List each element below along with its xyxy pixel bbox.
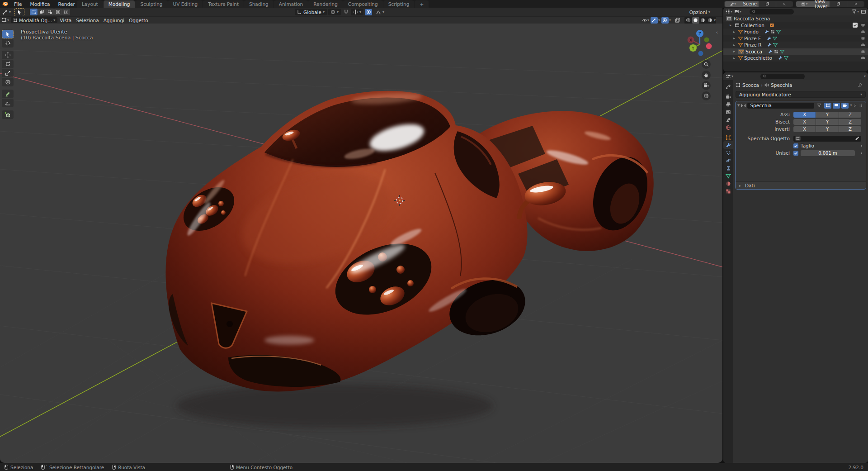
- flip-z-button[interactable]: Z: [839, 126, 861, 132]
- mode-selector-dropdown[interactable]: Modalità Og... ▾: [11, 17, 57, 23]
- expand-arrow-icon[interactable]: ▸: [733, 56, 737, 60]
- shading-rendered-button[interactable]: [707, 17, 714, 24]
- panel-expand-arrow[interactable]: ▼: [737, 104, 740, 107]
- properties-options-dropdown[interactable]: ▾: [864, 75, 866, 78]
- expand-arrow-icon[interactable]: ▸: [733, 36, 737, 40]
- add-modifier-dropdown[interactable]: Aggiungi Modificatore ▾: [736, 91, 866, 98]
- shading-material-button[interactable]: [699, 17, 707, 24]
- overlays-dropdown[interactable]: ▾: [661, 17, 671, 24]
- hide-eye-icon[interactable]: [860, 42, 866, 48]
- blender-logo-icon[interactable]: [0, 1, 10, 6]
- delete-modifier-button[interactable]: [853, 104, 857, 108]
- outliner-row-scene-collection[interactable]: Raccolta Scena: [723, 15, 868, 22]
- clipping-checkbox[interactable]: [793, 143, 798, 148]
- sidebar-collapse-arrow[interactable]: ‹: [716, 30, 718, 35]
- merge-threshold-field[interactable]: 0.001 m: [801, 150, 855, 156]
- xray-toggle[interactable]: [674, 17, 681, 24]
- object-visibility-dropdown[interactable]: ▾: [642, 18, 649, 23]
- tool-fallback-dropdown[interactable]: ▾: [2, 9, 11, 15]
- select-mode-intersect-button[interactable]: [62, 9, 70, 15]
- tab-material[interactable]: [723, 180, 733, 187]
- tool-3d-cursor[interactable]: [2, 39, 14, 48]
- view-layer-selector[interactable]: ▾ View Layer: [796, 1, 864, 7]
- tab-shading[interactable]: Shading: [244, 0, 274, 8]
- delete-scene-button[interactable]: [776, 1, 793, 7]
- show-in-edit-mode-toggle[interactable]: [824, 103, 831, 109]
- gizmo-neg-z-dot[interactable]: [698, 51, 703, 56]
- editor-type-dropdown[interactable]: ▾: [2, 18, 9, 23]
- animate-decorator[interactable]: [861, 152, 862, 154]
- active-tool-select-box-button[interactable]: [14, 8, 24, 16]
- bisect-y-button[interactable]: Y: [816, 119, 838, 125]
- select-mode-subtract-button[interactable]: [46, 9, 54, 15]
- outliner-editor-type-dropdown[interactable]: ▾: [725, 9, 732, 14]
- tab-compositing[interactable]: Compositing: [343, 0, 383, 8]
- menu-vista[interactable]: Vista: [57, 17, 74, 24]
- new-collection-button[interactable]: [861, 9, 866, 14]
- tool-rotate[interactable]: [2, 60, 14, 68]
- tab-sculpting[interactable]: Sculpting: [135, 0, 167, 8]
- tab-texture-paint[interactable]: Texture Paint: [203, 0, 244, 8]
- render-checkbox[interactable]: [853, 23, 858, 28]
- mirror-object-field[interactable]: [793, 136, 861, 142]
- axis-x-button[interactable]: X: [793, 112, 816, 118]
- snap-toggle-button[interactable]: [342, 9, 349, 15]
- tab-scripting[interactable]: Scripting: [383, 0, 415, 8]
- delete-view-layer-button[interactable]: [847, 1, 864, 7]
- outliner-row-pinze-f[interactable]: ▸ Pinze F: [723, 35, 868, 42]
- options-dropdown[interactable]: Opzioni▾: [687, 9, 712, 15]
- hide-eye-icon[interactable]: [860, 23, 866, 28]
- transform-orientation-dropdown[interactable]: Globale ▾: [295, 9, 327, 15]
- tab-physics[interactable]: [723, 157, 733, 164]
- tool-move[interactable]: [2, 51, 14, 59]
- pan-view-button[interactable]: [702, 71, 711, 80]
- outliner-row-collection[interactable]: ▸ Collection: [723, 22, 868, 29]
- tab-view-layer[interactable]: [723, 108, 733, 116]
- breadcrumb-object[interactable]: Scocca: [742, 82, 759, 88]
- expand-arrow-icon[interactable]: ▸: [733, 30, 737, 34]
- select-mode-new-button[interactable]: [30, 9, 38, 15]
- outliner-display-mode-dropdown[interactable]: ▾: [734, 9, 741, 14]
- bisect-z-button[interactable]: Z: [839, 119, 861, 125]
- modifier-extras-dropdown[interactable]: ▾: [850, 104, 852, 107]
- tab-render[interactable]: [723, 93, 733, 100]
- outliner-row-scocca[interactable]: ▸ Scocca: [723, 48, 868, 55]
- new-scene-button[interactable]: [759, 1, 776, 7]
- outliner-filter-dropdown[interactable]: ▾: [852, 9, 859, 14]
- gizmos-dropdown[interactable]: ▾: [651, 17, 660, 24]
- tab-object[interactable]: [723, 133, 733, 141]
- outliner-row-fondo[interactable]: ▸ Fondo: [723, 29, 868, 35]
- hide-eye-icon[interactable]: [860, 36, 866, 41]
- tab-layout[interactable]: Layout: [77, 0, 103, 8]
- tool-scale[interactable]: [2, 69, 14, 77]
- hide-eye-icon[interactable]: [860, 55, 866, 61]
- tab-particles[interactable]: [723, 149, 733, 157]
- hide-eye-icon[interactable]: [860, 29, 866, 34]
- scene-selector[interactable]: ▾ Scene: [724, 1, 793, 7]
- tab-output[interactable]: [723, 100, 733, 108]
- viewport-canvas[interactable]: Prospettiva Utente (10) Raccolta Scena |…: [0, 24, 722, 463]
- tab-world[interactable]: [723, 124, 733, 131]
- car-model[interactable]: [165, 91, 657, 428]
- new-view-layer-button[interactable]: [830, 1, 847, 7]
- select-mode-invert-button[interactable]: [54, 9, 62, 15]
- tab-modeling[interactable]: Modeling: [104, 0, 135, 8]
- tool-measure[interactable]: [2, 99, 14, 107]
- navigation-gizmo[interactable]: Z X Y: [685, 28, 714, 57]
- tool-select-box[interactable]: [2, 30, 14, 38]
- tab-object-data[interactable]: [723, 172, 733, 180]
- menu-file[interactable]: File: [10, 0, 26, 8]
- snap-settings-dropdown[interactable]: ▾: [351, 9, 363, 15]
- pin-icon[interactable]: [858, 83, 863, 88]
- flip-y-button[interactable]: Y: [816, 126, 838, 132]
- tab-tool[interactable]: [723, 83, 733, 90]
- show-in-render-toggle[interactable]: [841, 103, 849, 109]
- proportional-editing-toggle[interactable]: [365, 9, 372, 15]
- hide-eye-icon[interactable]: [860, 49, 866, 54]
- shading-solid-button[interactable]: [692, 17, 699, 24]
- breadcrumb-modifier[interactable]: Specchia: [771, 82, 792, 88]
- expand-arrow-icon[interactable]: ▸: [733, 43, 737, 47]
- select-mode-extend-button[interactable]: [38, 9, 46, 15]
- tool-add-cube[interactable]: [2, 110, 14, 119]
- pivot-point-dropdown[interactable]: ▾: [328, 9, 341, 15]
